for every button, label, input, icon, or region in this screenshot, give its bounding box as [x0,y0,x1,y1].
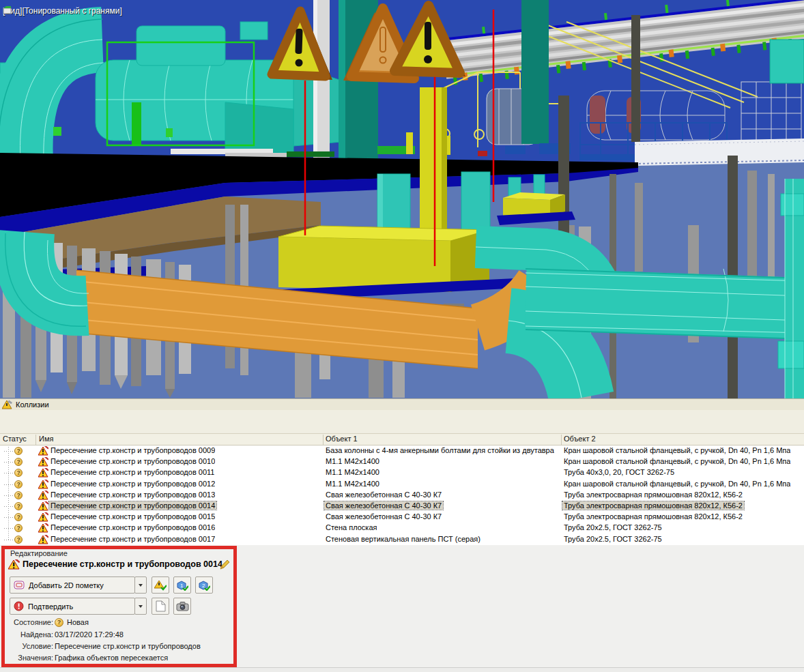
highlight-rectangle [1,546,237,667]
collision-name: Пересечение стр.констр и трубопроводов 0… [51,512,215,521]
collision-object1: Свая железобетонная С 40-30 К7 [324,501,443,510]
tree-branch [4,462,13,463]
collision-object1: Стеновая вертикальная панель ПСТ (серая) [326,535,480,543]
tree-branch [4,506,13,507]
collision-name: Пересечение стр.констр и трубопроводов 0… [51,480,215,488]
collision-row[interactable]: ? Пересечение стр.констр и трубопроводов… [0,490,804,501]
collision-warning-icon [38,523,48,533]
collision-object2: Кран шаровой стальной фланцевый, с ручко… [564,480,790,488]
collision-name: Пересечение стр.констр и трубопроводов 0… [51,457,215,465]
status-icon: ? [14,491,23,499]
status-icon: ? [14,524,23,532]
collision-object1: Свая железобетонная С 40-30 К7 [326,491,442,499]
tree-branch [4,473,13,473]
collision-object2: Труба 20х2.5, ГОСТ 3262-75 [564,535,662,543]
collision-warning-icon [38,457,48,467]
application-window: [Вид][Тонированный с гранями] Коллизии [0,0,804,672]
panel-title: Коллизии [16,400,49,409]
header-object2[interactable]: Объект 2 [564,435,596,443]
collisions-panel-header: Коллизии [0,398,804,410]
collision-name: Пересечение стр.констр и трубопроводов 0… [49,501,216,510]
tree-branch [4,451,13,452]
collision-warning-icon [38,535,48,544]
view-mode-indicator: [Вид][Тонированный с гранями] [3,6,122,16]
collision-warning-icon [38,480,48,489]
tree-branch [4,540,13,540]
collision-name: Пересечение стр.констр и трубопроводов 0… [51,491,215,499]
collision-warning-icon [38,468,48,478]
collision-object1: Стена плоская [326,523,377,531]
status-icon: ? [14,480,23,488]
collision-object2: Кран шаровой стальной фланцевый, с ручко… [564,457,790,465]
header-status[interactable]: Статус [3,435,27,443]
collision-object1: М1.1 М42х1400 [326,468,379,476]
collision-name: Пересечение стр.констр и трубопроводов 0… [51,446,215,454]
collision-object2: Труба 20х2.5, ГОСТ 3262-75 [564,523,662,531]
collision-row[interactable]: ? Пересечение стр.констр и трубопроводов… [0,534,804,545]
collision-object1: М1.1 М42х1400 [326,480,379,488]
collision-warning-icon [38,501,48,511]
collision-row[interactable]: ? Пересечение стр.констр и трубопроводов… [0,445,804,456]
collision-name: Пересечение стр.констр и трубопроводов 0… [51,468,214,476]
collision-object1: Свая железобетонная С 40-30 К7 [326,512,442,521]
3d-scene [0,0,804,398]
collision-row[interactable]: ? Пересечение стр.констр и трубопроводов… [0,501,804,512]
3d-viewport[interactable]: [Вид][Тонированный с гранями] [0,0,804,398]
table-header: Статус Имя Объект 1 Объект 2 [0,434,804,445]
view-mode-label: [Вид][Тонированный с гранями] [3,6,122,16]
status-icon: ? [14,502,23,510]
status-icon: ? [14,447,23,455]
collisions-toolbar [0,410,804,434]
white-band [635,138,804,166]
collision-warning-icon [38,512,48,522]
header-name[interactable]: Имя [39,435,53,443]
collision-name: Пересечение стр.констр и трубопроводов 0… [51,535,215,543]
bottom-resize-strip [0,667,804,672]
collision-row[interactable]: ? Пересечение стр.констр и трубопроводов… [0,456,804,467]
collision-object2: Труба электросварная прямошовная 820х12,… [564,512,743,521]
collision-name: Пересечение стр.констр и трубопроводов 0… [51,523,215,531]
collision-object1: База колонны с 4-мя анкерными болтами дл… [326,446,554,454]
tree-branch [4,495,13,496]
collision-object2: Труба электросварная прямошовная 820х12,… [562,501,744,510]
tree-branch [4,484,13,485]
collision-object2: Труба 40х3,0, 20, ГОСТ 3262-75 [564,468,674,476]
status-icon: ? [14,469,23,477]
collision-row[interactable]: ? Пересечение стр.констр и трубопроводов… [0,523,804,534]
collision-warning-icon [38,446,48,456]
collision-row[interactable]: ? Пересечение стр.констр и трубопроводов… [0,479,804,490]
view-mode-icon [3,6,12,14]
status-icon: ? [14,513,23,521]
header-object1[interactable]: Объект 1 [326,435,358,443]
tree-branch [4,517,13,518]
tree-branch [4,528,13,529]
collision-object2: Труба электросварная прямошовная 820х12,… [564,491,743,499]
collision-row[interactable]: ? Пересечение стр.констр и трубопроводов… [0,512,804,523]
collision-object1: М1.1 М42х1400 [326,457,379,465]
status-icon: ? [14,536,23,544]
collisions-panel-icon [2,400,12,409]
collision-row[interactable]: ? Пересечение стр.констр и трубопроводов… [0,467,804,478]
collision-object2: Кран шаровой стальной фланцевый, с ручко… [564,446,790,454]
collisions-table: ? Пересечение стр.констр и трубопроводов… [0,445,804,545]
status-icon: ? [14,458,23,466]
collision-warning-icon [38,491,48,500]
